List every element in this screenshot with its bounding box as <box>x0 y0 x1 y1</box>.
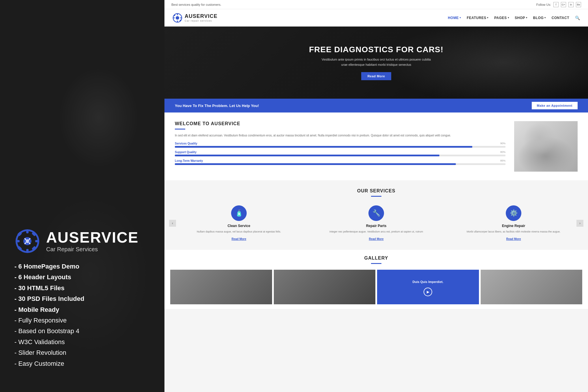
service-card: ⚙️ Engine Repair Morbi ullamcorper lacus… <box>445 202 582 244</box>
svg-rect-3 <box>26 249 29 253</box>
feature-item: - Fully Responsive <box>14 315 156 326</box>
services-next-button[interactable]: › <box>576 220 583 227</box>
welcome-mechanic-image <box>514 121 578 172</box>
services-section: OUR SERVICES ‹ 🧴 Clean Service Nullam da… <box>164 180 588 250</box>
social-linkedin[interactable]: in <box>568 2 574 7</box>
service-desc: Morbi ullamcorper lacus libero, ac facil… <box>450 230 578 234</box>
welcome-title: WELCOME TO AUSERVICE <box>175 121 505 126</box>
gallery-title: GALLERY <box>170 256 582 261</box>
tagline: Best services quality for customers. <box>171 3 221 6</box>
service-name: Clean Service <box>175 224 303 228</box>
feature-item: - 30 HTML5 Files <box>14 283 156 293</box>
skill-label: Services Quality <box>175 142 505 145</box>
feature-item: - Based on Bootstrap 4 <box>14 326 156 336</box>
features-list: - 6 HomePages Demo- 6 Header Layouts- 30… <box>14 261 156 369</box>
svg-rect-16 <box>180 17 182 18</box>
hero-subtitle: Vestibulum ante ipsum primis in faucibus… <box>319 57 434 67</box>
service-card: 🧴 Clean Service Nullam dapibus massa aug… <box>170 202 308 244</box>
svg-rect-2 <box>26 229 29 233</box>
follow-us-group: Follow Us: f G+ in Be <box>536 2 581 7</box>
skill-bars: Services Quality 90% Support Quality 80%… <box>175 142 505 165</box>
gallery-play-button[interactable]: ▶ <box>424 288 432 296</box>
service-desc: Integer nec pellentesque augue. Vestibul… <box>312 230 440 234</box>
services-prev-button[interactable]: ‹ <box>169 220 176 227</box>
nav-links: HOME ▾FEATURES ▾PAGES ▾SHOP ▾BLOG ▾CONTA… <box>448 16 580 20</box>
skill-track: 80% <box>175 155 505 156</box>
feature-item: - Slider Revolution <box>14 347 156 358</box>
skill-percent: 85% <box>500 159 505 162</box>
gallery-item-4[interactable] <box>481 270 583 304</box>
appointment-button[interactable]: Make an Appointment <box>532 102 578 109</box>
svg-rect-13 <box>177 14 178 15</box>
nav-link-blog[interactable]: BLOG ▾ <box>533 16 546 20</box>
service-read-more[interactable]: Read More <box>369 237 383 241</box>
welcome-left: WELCOME TO AUSERVICE In sed elit et diam… <box>175 121 505 172</box>
svg-rect-5 <box>35 240 39 242</box>
brand-gear-icon <box>14 228 40 254</box>
nav-link-pages[interactable]: PAGES ▾ <box>494 16 509 20</box>
nav-logo-name: AUSERVICE <box>185 13 218 19</box>
search-icon[interactable]: 🔍 <box>575 16 580 20</box>
skill-label: Long-Term Warranty <box>175 159 505 162</box>
brand-row: AUSERVICE Car Repair Services <box>14 228 156 254</box>
nav-link-home[interactable]: HOME ▾ <box>448 16 461 20</box>
skill-item: Support Quality 80% <box>175 151 505 156</box>
follow-label: Follow Us: <box>536 3 551 6</box>
social-behance[interactable]: Be <box>576 2 581 7</box>
service-read-more[interactable]: Read More <box>231 237 246 241</box>
nav-logo-text: AUSERVICE Car repair services <box>185 13 218 22</box>
left-panel: AUSERVICE Car Repair Services - 6 HomePa… <box>0 0 164 392</box>
gallery-item-1[interactable] <box>170 270 272 304</box>
brand-sub: Car Repair Services <box>46 246 138 253</box>
gallery-grid: Duis Quis Imperdiet. ▶ <box>170 270 582 304</box>
service-name: Engine Repair <box>450 224 578 228</box>
svg-rect-15 <box>173 17 175 18</box>
gallery-item-3[interactable]: Duis Quis Imperdiet. ▶ <box>377 270 479 304</box>
nav-link-shop[interactable]: SHOP ▾ <box>515 16 527 20</box>
service-read-more[interactable]: Read More <box>506 237 521 241</box>
skill-item: Long-Term Warranty 85% <box>175 159 505 165</box>
gallery-item-2[interactable] <box>274 270 376 304</box>
skill-fill <box>175 155 439 156</box>
svg-point-12 <box>176 16 179 20</box>
hero-title: FREE DIAGNOSTICS FOR CARS! <box>309 45 443 54</box>
services-title: OUR SERVICES <box>170 188 582 194</box>
services-divider <box>371 196 381 197</box>
feature-item: - Mobile Ready <box>14 304 156 315</box>
feature-item: - 30 PSD Files Included <box>14 293 156 304</box>
nav-link-features[interactable]: FEATURES ▾ <box>467 16 488 20</box>
skill-fill <box>175 163 456 165</box>
feature-item: - 6 HomePages Demo <box>14 261 156 272</box>
service-icon: 🧴 <box>231 205 247 221</box>
top-bar: Best services quality for customers. Fol… <box>164 0 588 9</box>
welcome-section: WELCOME TO AUSERVICE In sed elit et diam… <box>164 112 588 180</box>
hero-read-more-button[interactable]: Read More <box>361 72 392 80</box>
services-grid: ‹ 🧴 Clean Service Nullam dapibus massa a… <box>170 202 582 244</box>
right-panel: Best services quality for customers. Fol… <box>164 0 588 392</box>
service-desc: Nullam dapibus massa augue, vel lacus da… <box>175 230 303 234</box>
social-google-plus[interactable]: G+ <box>561 2 566 7</box>
brand-text-group: AUSERVICE Car Repair Services <box>46 230 138 253</box>
skill-track: 90% <box>175 146 505 148</box>
svg-rect-14 <box>177 20 178 22</box>
gallery-overlay-text: Duis Quis Imperdiet. <box>410 278 446 286</box>
skill-label: Support Quality <box>175 151 505 154</box>
appointment-text: You Have To Fix The Problem. Let Us Help… <box>175 104 259 108</box>
gallery-section: GALLERY Duis Quis Imperdiet. ▶ <box>164 250 588 309</box>
skill-percent: 80% <box>500 151 505 153</box>
gallery-divider <box>371 263 381 264</box>
svg-rect-4 <box>16 240 20 242</box>
feature-item: - Easy Customize <box>14 358 156 369</box>
service-icon: 🔧 <box>368 205 384 221</box>
nav-link-contact[interactable]: CONTACT <box>552 16 569 20</box>
appointment-bar: You Have To Fix The Problem. Let Us Help… <box>164 99 588 112</box>
nav-logo-sub: Car repair services <box>185 19 218 22</box>
brand-name: AUSERVICE <box>46 230 138 245</box>
service-name: Repair Parts <box>312 224 440 228</box>
skill-fill <box>175 146 472 148</box>
hero-section: FREE DIAGNOSTICS FOR CARS! Vestibulum an… <box>164 27 588 99</box>
social-facebook[interactable]: f <box>553 2 559 7</box>
nav-bar: AUSERVICE Car repair services HOME ▾FEAT… <box>164 9 588 27</box>
welcome-divider <box>175 129 185 130</box>
feature-item: - 6 Header Layouts <box>14 272 156 282</box>
